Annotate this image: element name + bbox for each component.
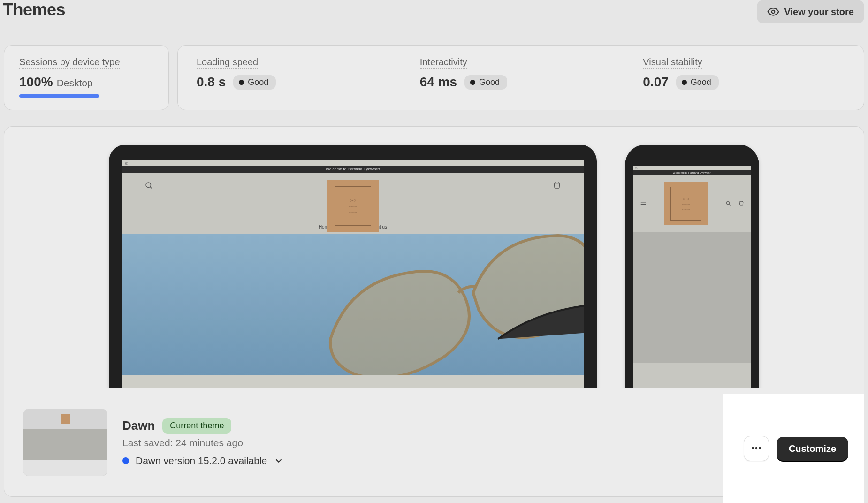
interactivity-metric: Interactivity 64 ms Good <box>399 57 622 98</box>
view-store-button[interactable]: View your store <box>757 0 864 23</box>
svg-point-1 <box>146 183 151 188</box>
visual-stability-badge: Good <box>676 75 719 90</box>
status-dot-icon <box>470 80 475 85</box>
status-dot-icon <box>239 80 244 85</box>
performance-card: Loading speed 0.8 s Good Interactivity 6… <box>177 45 864 110</box>
chevron-down-icon <box>274 456 284 466</box>
interactivity-label: Interactivity <box>420 57 467 69</box>
sessions-bar <box>19 94 99 98</box>
hero-image <box>122 234 584 375</box>
svg-point-0 <box>772 10 775 14</box>
svg-point-10 <box>759 447 761 449</box>
store-logo: ○-○ Portland eyewear <box>327 180 379 232</box>
loading-speed-metric: Loading speed 0.8 s Good <box>197 57 399 98</box>
svg-line-7 <box>729 204 730 205</box>
logo-text-1: Portland <box>349 206 357 208</box>
mobile-announcement-bar: Welcome to Portland Eyewear! <box>633 170 751 175</box>
loading-label: Loading speed <box>197 57 258 69</box>
logo-text-2: eyewear <box>682 208 690 211</box>
more-horizontal-icon <box>750 442 762 456</box>
interactivity-badge: Good <box>464 75 507 90</box>
theme-name: Dawn <box>122 419 155 433</box>
visual-stability-value: 0.07 <box>643 75 669 90</box>
interactivity-badge-text: Good <box>479 77 500 87</box>
loading-badge-text: Good <box>248 77 268 87</box>
status-dot-icon <box>682 80 687 85</box>
mobile-body <box>633 232 751 363</box>
sessions-percent: 100% <box>19 75 53 90</box>
svg-point-6 <box>726 201 730 205</box>
hamburger-icon <box>640 199 647 208</box>
version-available-text: Dawn version 15.2.0 available <box>136 455 267 466</box>
customize-button[interactable]: Customize <box>777 437 848 461</box>
loading-value: 0.8 s <box>197 75 226 90</box>
svg-point-8 <box>752 447 754 449</box>
svg-point-9 <box>755 447 757 449</box>
visual-stability-label: Visual stability <box>643 57 702 69</box>
cart-icon <box>553 181 561 190</box>
desktop-preview: }); Welcome to Portland Eyewear! ○-○ Por… <box>109 145 597 421</box>
sessions-card: Sessions by device type 100% Desktop <box>4 45 169 110</box>
mobile-preview: }); Welcome to Portland Eyewear! ○-○ Por… <box>625 145 759 421</box>
loading-badge: Good <box>233 75 276 90</box>
glasses-icon: ○-○ <box>683 197 689 201</box>
theme-thumbnail <box>23 409 107 476</box>
view-store-label: View your store <box>784 7 854 17</box>
cart-icon <box>739 199 744 208</box>
search-icon <box>725 199 731 208</box>
announcement-bar: Welcome to Portland Eyewear! <box>122 166 584 173</box>
page-title: Themes <box>3 1 65 18</box>
eye-icon <box>767 6 779 18</box>
update-dot-icon <box>122 457 129 464</box>
svg-line-2 <box>150 187 152 188</box>
search-icon <box>145 181 153 190</box>
current-theme-badge: Current theme <box>162 418 231 434</box>
mobile-store-logo: ○-○ Portland eyewear <box>664 182 708 225</box>
interactivity-value: 64 ms <box>420 75 457 90</box>
sessions-label: Sessions by device type <box>19 57 120 69</box>
actions-panel: Customize <box>723 394 864 503</box>
visual-stability-badge-text: Good <box>691 77 711 87</box>
logo-text-1: Portland <box>682 203 690 206</box>
visual-stability-metric: Visual stability 0.07 Good <box>622 57 845 98</box>
glasses-icon: ○-○ <box>350 198 356 203</box>
sessions-device: Desktop <box>57 77 93 89</box>
logo-text-2: eyewear <box>349 211 357 214</box>
more-actions-button[interactable] <box>744 436 769 461</box>
